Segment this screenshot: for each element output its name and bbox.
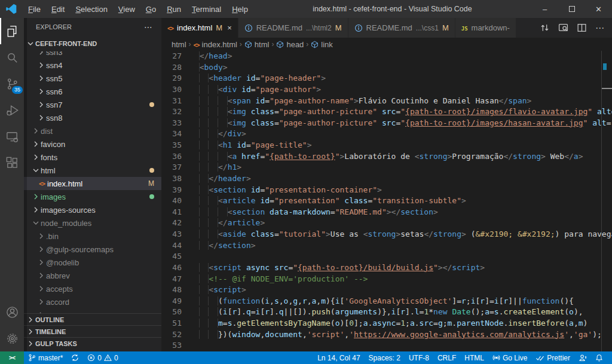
tree-folder-accepts[interactable]: accepts [24, 282, 161, 295]
code-line[interactable]: 29 <header id="page-header"> [161, 73, 612, 84]
line-number[interactable]: 27 [161, 51, 190, 62]
status-prettier[interactable]: Prettier [531, 351, 574, 364]
code-line[interactable]: 40 <article id="presentation" class="tra… [161, 195, 612, 207]
menu-selection[interactable]: Selection [70, 5, 112, 14]
line-number[interactable]: 33 [161, 118, 190, 129]
code-editor[interactable]: 27 </head>28 <body>29 <header id="page-h… [161, 51, 612, 351]
tree-folder-favicon[interactable]: favicon [24, 137, 161, 151]
code-line[interactable]: 33 <img class="page-author-picture" src=… [161, 118, 612, 129]
source-control-icon[interactable]: 35 [0, 71, 24, 97]
tree-folder-node_modules[interactable]: node_modules [24, 216, 161, 230]
menu-run[interactable]: Run [161, 5, 186, 14]
menu-terminal[interactable]: Terminal [186, 5, 227, 14]
sidebar-scroll-strip[interactable] [24, 18, 27, 351]
code-line[interactable]: 50 (i[r].q=i[r].q||[]).push(arguments)},… [161, 307, 612, 318]
status-feedback-icon[interactable] [574, 351, 591, 364]
code-line[interactable]: 30 <div id="page-author"> [161, 84, 612, 96]
code-line[interactable]: 37 </h1> [161, 162, 612, 173]
code-line[interactable]: 28 <body> [161, 62, 612, 74]
section-timeline[interactable]: TIMELINE [24, 325, 161, 337]
menu-view[interactable]: View [113, 5, 140, 14]
remote-explorer-icon[interactable] [0, 123, 24, 149]
line-number[interactable]: 50 [161, 307, 190, 318]
open-preview-icon[interactable] [558, 23, 568, 33]
tab-index-html[interactable]: <>index.htmlM× [161, 18, 238, 38]
line-number[interactable]: 36 [161, 151, 190, 163]
code-line[interactable]: 38 </header> [161, 173, 612, 185]
tree-folder-ssn6[interactable]: ssn6 [24, 85, 161, 98]
code-line[interactable]: 51 m=s.getElementsByTagName(o)[0];a.asyn… [161, 318, 612, 329]
line-number[interactable]: 53 [161, 340, 190, 351]
code-line[interactable]: 45 [161, 251, 612, 262]
extensions-icon[interactable] [0, 149, 24, 176]
close-button[interactable]: ✕ [585, 0, 612, 18]
search-icon[interactable] [0, 44, 24, 71]
open-changes-icon[interactable] [540, 23, 550, 33]
section-outline[interactable]: OUTLINE [24, 313, 161, 325]
tree-folder-ssn7[interactable]: ssn7 [24, 98, 161, 111]
tree-folder-.bin[interactable]: .bin [24, 230, 161, 243]
tree-folder-ssn3[interactable]: ssn3 [24, 51, 161, 59]
status-html[interactable]: HTML [460, 351, 488, 364]
code-line[interactable]: 49 (function(i,s,o,g,r,a,m){i['GoogleAna… [161, 296, 612, 307]
git-branch-item[interactable]: master* [24, 351, 67, 364]
status-go-live[interactable]: Go Live [488, 351, 531, 364]
line-number[interactable]: 29 [161, 73, 190, 84]
line-number[interactable]: 41 [161, 207, 190, 218]
line-number[interactable]: 43 [161, 229, 190, 240]
run-debug-icon[interactable] [0, 97, 24, 123]
status-crlf[interactable]: CRLF [433, 351, 460, 364]
code-line[interactable]: 42 </article> [161, 218, 612, 229]
line-number[interactable]: 32 [161, 106, 190, 118]
tree-folder-partial[interactable] [24, 308, 161, 313]
menu-help[interactable]: Help [227, 5, 253, 14]
status-utf-8[interactable]: UTF-8 [405, 351, 433, 364]
line-number[interactable]: 28 [161, 62, 190, 74]
tree-folder-ssn4[interactable]: ssn4 [24, 59, 161, 72]
tree-folder-abbrev[interactable]: abbrev [24, 269, 161, 282]
line-number[interactable]: 47 [161, 274, 190, 285]
line-number[interactable]: 38 [161, 173, 190, 185]
code-line[interactable]: 41 <section data-markdown="README.md"></… [161, 207, 612, 218]
code-line[interactable]: 32 <img class="page-author-picture" src=… [161, 106, 612, 118]
line-number[interactable]: 49 [161, 296, 190, 307]
status-ln-14-col-47[interactable]: Ln 14, Col 47 [313, 351, 364, 364]
section-gulp-tasks[interactable]: GULP TASKS [24, 337, 161, 349]
code-line[interactable]: 46 <script async src="{path-to-root}/bui… [161, 262, 612, 274]
line-number[interactable]: 35 [161, 140, 190, 151]
tree-folder-ssn8[interactable]: ssn8 [24, 111, 161, 124]
settings-gear-icon[interactable] [0, 325, 24, 351]
line-number[interactable]: 45 [161, 251, 190, 262]
menu-file[interactable]: File [23, 5, 46, 14]
tree-folder-dist[interactable]: dist [24, 124, 161, 137]
more-actions-icon[interactable]: ⋯ [595, 23, 605, 33]
scrollbar-track[interactable] [601, 51, 602, 351]
explorer-icon[interactable] [0, 18, 24, 44]
split-editor-icon[interactable] [577, 23, 587, 33]
breadcrumb-head[interactable]: head [276, 40, 304, 49]
line-number[interactable]: 46 [161, 262, 190, 274]
line-number[interactable]: 30 [161, 84, 190, 96]
tab-markdown-[interactable]: JSmarkdown- [455, 18, 516, 38]
menu-edit[interactable]: Edit [46, 5, 70, 14]
tree-file-index.html[interactable]: <>index.htmlM [24, 177, 161, 190]
line-number[interactable]: 51 [161, 318, 190, 329]
code-line[interactable]: 34 </div> [161, 129, 612, 140]
line-number[interactable]: 39 [161, 185, 190, 196]
code-line[interactable]: 43 <aside class="tutorial">Use as <stron… [161, 229, 612, 240]
tree-folder-@nodelib[interactable]: @nodelib [24, 256, 161, 269]
line-number[interactable]: 42 [161, 218, 190, 229]
tree-folder-@gulp-sourcemaps[interactable]: @gulp-sourcemaps [24, 243, 161, 256]
tab-README-md[interactable]: README.md...\css1M [348, 18, 455, 38]
tab-close-icon[interactable]: × [227, 23, 232, 32]
breadcrumb-link[interactable]: link [311, 40, 333, 49]
explorer-more-actions-icon[interactable]: ⋯ [144, 22, 153, 32]
menu-go[interactable]: Go [140, 5, 161, 14]
status-bell-icon[interactable] [591, 351, 607, 364]
code-line[interactable]: 27 </head> [161, 51, 612, 62]
line-number[interactable]: 48 [161, 285, 190, 296]
tree-folder-accord[interactable]: accord [24, 295, 161, 308]
line-number[interactable]: 31 [161, 96, 190, 107]
tab-README-md[interactable]: README.md...\html2M [238, 18, 348, 38]
sync-button[interactable] [67, 351, 83, 364]
